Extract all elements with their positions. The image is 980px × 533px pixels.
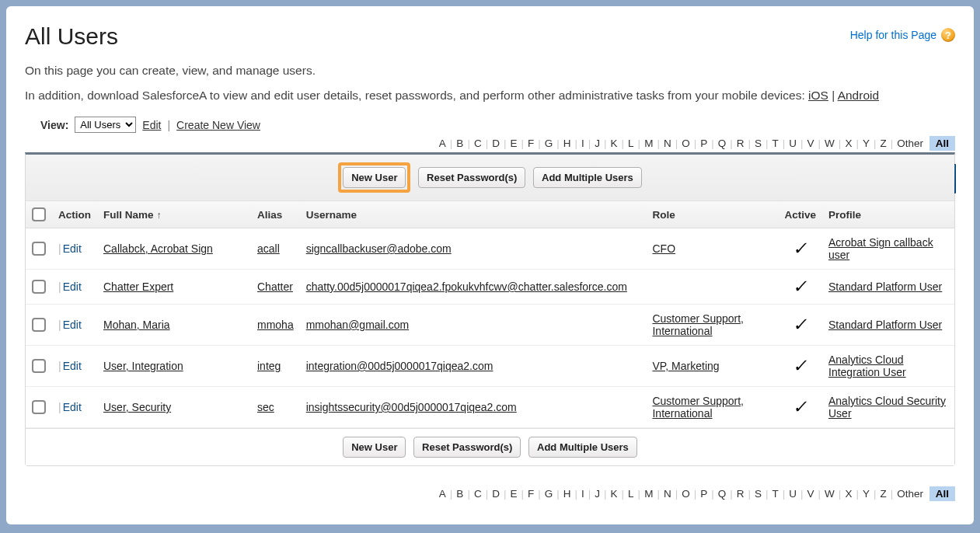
alpha-letter-B[interactable]: B <box>453 136 466 151</box>
full-name-link[interactable]: Mohan, Maria <box>103 319 170 331</box>
alpha-letter-R[interactable]: R <box>734 486 748 501</box>
username-link[interactable]: mmohan@gmail.com <box>306 319 409 331</box>
edit-link[interactable]: Edit <box>63 319 82 331</box>
view-select[interactable]: All Users <box>75 117 136 133</box>
alpha-letter-D[interactable]: D <box>489 486 503 501</box>
row-checkbox[interactable] <box>32 242 46 256</box>
full-name-link[interactable]: Callabck, Acrobat Sign <box>103 242 213 255</box>
role-link[interactable]: CFO <box>652 242 675 255</box>
alpha-letter-E[interactable]: E <box>507 136 520 151</box>
create-new-view-link[interactable]: Create New View <box>176 119 260 131</box>
alpha-letter-I[interactable]: I <box>578 136 588 151</box>
username-link[interactable]: chatty.00d5j0000017qiqea2.fpokukvhfcwv@c… <box>306 280 627 293</box>
col-profile[interactable]: Profile <box>822 201 954 228</box>
col-active[interactable]: Active <box>778 201 822 228</box>
profile-link[interactable]: Standard Platform User <box>828 280 942 293</box>
alpha-letter-K[interactable]: K <box>608 486 621 501</box>
edit-link[interactable]: Edit <box>63 280 82 293</box>
alpha-letter-R[interactable]: R <box>734 136 748 151</box>
row-checkbox[interactable] <box>32 318 46 332</box>
role-link[interactable]: VP, Marketing <box>652 360 719 372</box>
edit-link[interactable]: Edit <box>63 360 82 372</box>
col-alias[interactable]: Alias <box>251 201 300 228</box>
alpha-letter-Q[interactable]: Q <box>715 136 730 151</box>
alpha-letter-V[interactable]: V <box>804 136 818 151</box>
edit-view-link[interactable]: Edit <box>142 119 161 131</box>
select-all-checkbox[interactable] <box>32 207 46 221</box>
full-name-link[interactable]: Chatter Expert <box>103 280 173 293</box>
alpha-letter-H[interactable]: H <box>560 486 574 501</box>
row-checkbox[interactable] <box>32 359 46 373</box>
alpha-all[interactable]: All <box>929 136 955 151</box>
alias-link[interactable]: integ <box>257 360 281 372</box>
alpha-other[interactable]: Other <box>894 136 926 151</box>
alpha-letter-Z[interactable]: Z <box>877 486 889 501</box>
alpha-letter-A[interactable]: A <box>436 486 449 501</box>
alpha-letter-B[interactable]: B <box>453 486 466 501</box>
alpha-letter-P[interactable]: P <box>697 136 710 151</box>
android-link[interactable]: Android <box>838 89 879 102</box>
alpha-letter-O[interactable]: O <box>678 136 693 151</box>
alpha-letter-A[interactable]: A <box>436 136 449 151</box>
alias-link[interactable]: acall <box>257 242 280 255</box>
full-name-link[interactable]: User, Integration <box>103 360 183 372</box>
profile-link[interactable]: Analytics Cloud Integration User <box>828 354 906 378</box>
alpha-letter-L[interactable]: L <box>625 486 637 501</box>
alpha-letter-O[interactable]: O <box>678 486 693 501</box>
edit-link[interactable]: Edit <box>63 242 82 255</box>
alpha-letter-J[interactable]: J <box>591 486 603 501</box>
alpha-letter-H[interactable]: H <box>560 136 574 151</box>
row-checkbox[interactable] <box>32 280 46 294</box>
alpha-letter-N[interactable]: N <box>661 136 675 151</box>
ios-link[interactable]: iOS <box>808 89 828 102</box>
alpha-letter-K[interactable]: K <box>608 136 621 151</box>
col-full-name[interactable]: Full Name↑ <box>97 201 251 228</box>
role-link[interactable]: Customer Support, International <box>652 312 744 337</box>
alpha-letter-T[interactable]: T <box>769 486 782 501</box>
alpha-letter-G[interactable]: G <box>542 136 556 151</box>
add-multiple-users-button[interactable]: Add Multiple Users <box>533 167 642 188</box>
alpha-letter-T[interactable]: T <box>769 136 782 151</box>
new-user-button[interactable]: New User <box>343 167 406 188</box>
alpha-letter-F[interactable]: F <box>525 486 537 501</box>
alpha-letter-M[interactable]: M <box>641 486 656 501</box>
username-link[interactable]: signcallbackuser@adobe.com <box>306 242 452 255</box>
alpha-letter-G[interactable]: G <box>542 486 556 501</box>
alias-link[interactable]: mmoha <box>257 319 294 331</box>
col-action[interactable]: Action <box>52 201 97 228</box>
alpha-letter-Z[interactable]: Z <box>877 136 889 151</box>
add-multiple-users-button-bottom[interactable]: Add Multiple Users <box>528 437 637 458</box>
alias-link[interactable]: sec <box>257 401 274 413</box>
alpha-letter-N[interactable]: N <box>661 486 675 501</box>
row-checkbox[interactable] <box>32 400 46 414</box>
alpha-letter-C[interactable]: C <box>471 486 485 501</box>
alpha-letter-D[interactable]: D <box>489 136 503 151</box>
edit-link[interactable]: Edit <box>63 401 82 413</box>
username-link[interactable]: insightssecurity@00d5j0000017qiqea2.com <box>306 401 517 413</box>
alpha-letter-F[interactable]: F <box>525 136 537 151</box>
reset-passwords-button-bottom[interactable]: Reset Password(s) <box>413 437 521 458</box>
col-role[interactable]: Role <box>646 201 778 228</box>
alpha-all[interactable]: All <box>929 486 955 501</box>
alpha-letter-X[interactable]: X <box>842 486 855 501</box>
role-link[interactable]: Customer Support, International <box>652 395 744 420</box>
alpha-letter-L[interactable]: L <box>625 136 637 151</box>
alpha-letter-C[interactable]: C <box>471 136 485 151</box>
alpha-letter-X[interactable]: X <box>842 136 855 151</box>
alias-link[interactable]: Chatter <box>257 280 293 293</box>
full-name-link[interactable]: User, Security <box>103 401 171 413</box>
username-link[interactable]: integration@00d5j0000017qiqea2.com <box>306 360 493 372</box>
alpha-letter-Q[interactable]: Q <box>715 486 730 501</box>
alpha-letter-I[interactable]: I <box>578 486 588 501</box>
alpha-letter-Y[interactable]: Y <box>860 136 873 151</box>
alpha-letter-V[interactable]: V <box>804 486 818 501</box>
profile-link[interactable]: Acrobat Sign callback user <box>828 236 933 261</box>
help-for-page-link[interactable]: Help for this Page ? <box>850 28 955 42</box>
col-username[interactable]: Username <box>300 201 647 228</box>
alpha-letter-P[interactable]: P <box>697 486 710 501</box>
alpha-letter-U[interactable]: U <box>786 486 800 501</box>
alpha-letter-W[interactable]: W <box>821 486 838 501</box>
alpha-letter-E[interactable]: E <box>507 486 520 501</box>
reset-passwords-button[interactable]: Reset Password(s) <box>418 167 525 188</box>
alpha-letter-U[interactable]: U <box>786 136 800 151</box>
